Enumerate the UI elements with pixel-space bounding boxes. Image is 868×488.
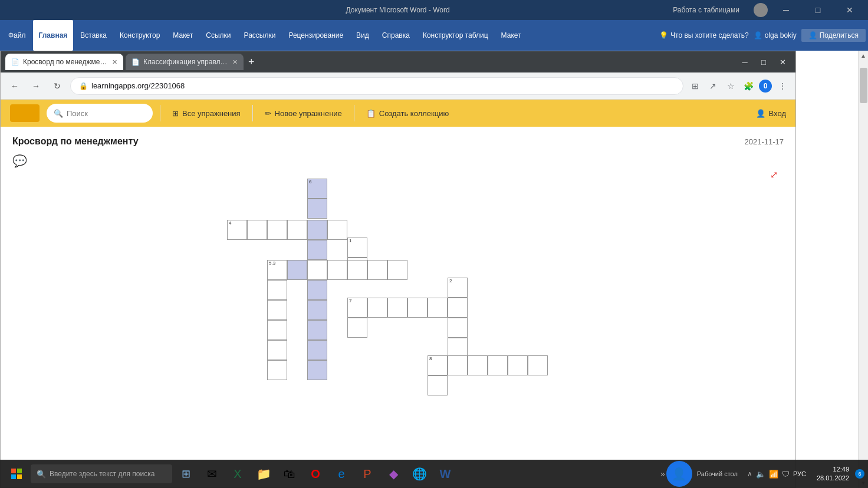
browser-tab-crossword[interactable]: 📄 Кросворд по менеджменту ✕ xyxy=(5,54,123,70)
taskbar-app-chrome[interactable]: 🌐 xyxy=(407,461,432,487)
cell-53v-1[interactable] xyxy=(267,280,287,300)
cell-53-0[interactable]: 5,3 xyxy=(267,260,287,280)
network-icon[interactable]: 🔈 xyxy=(756,470,765,479)
ribbon-tab-layout[interactable]: Макет xyxy=(167,20,199,51)
taskbar-app-word[interactable]: W xyxy=(433,461,458,487)
sound-icon[interactable]: 📶 xyxy=(769,470,778,479)
cell-53v-4[interactable] xyxy=(267,340,287,360)
ribbon-tab-view[interactable]: Вид xyxy=(350,20,375,51)
ribbon-tab-file[interactable]: Файл xyxy=(2,20,32,51)
forward-button[interactable]: → xyxy=(28,78,44,94)
cell-4-2[interactable] xyxy=(267,220,287,240)
menu-icon[interactable]: ⋮ xyxy=(775,79,790,93)
cell-6-1[interactable] xyxy=(307,199,327,219)
search-input[interactable] xyxy=(67,109,137,118)
taskbar-app-purple[interactable]: ◆ xyxy=(381,461,406,487)
cell-8-2[interactable] xyxy=(468,355,488,375)
scroll-track[interactable] xyxy=(859,61,868,478)
cell-7-3[interactable] xyxy=(407,298,428,318)
cell-7-2[interactable] xyxy=(387,298,407,318)
ribbon-tab-table-constructor[interactable]: Конструктор таблиц xyxy=(417,20,494,51)
taskbar-app-opera[interactable]: O xyxy=(303,461,328,487)
cell-4-4-hl[interactable] xyxy=(307,220,327,240)
ribbon-tab-mailing[interactable]: Рассылки xyxy=(238,20,282,51)
scrollbar-vertical[interactable]: ▲ ▼ xyxy=(858,51,868,488)
cell-8-below[interactable] xyxy=(428,375,448,395)
taskbar-app-explorer[interactable]: 📁 xyxy=(251,461,276,487)
cell-6-3[interactable] xyxy=(307,240,327,260)
taskbar-app-mail[interactable]: ✉ xyxy=(199,461,224,487)
cell-6-5[interactable] xyxy=(307,280,327,300)
scroll-thumb[interactable] xyxy=(860,68,867,103)
taskbar-app-store[interactable]: 🛍 xyxy=(277,461,302,487)
new-exercise-btn[interactable]: ✏ Новое упражнение xyxy=(260,107,347,120)
tab-close-icon[interactable]: ✕ xyxy=(112,58,117,66)
cell-53v-5[interactable] xyxy=(267,360,287,380)
cell-7-5[interactable] xyxy=(448,298,468,318)
profile-icon[interactable]: 0 xyxy=(759,80,772,93)
cell-6-0[interactable]: 6 xyxy=(307,179,327,199)
cell-53-4[interactable] xyxy=(347,260,367,280)
new-tab-button[interactable]: + xyxy=(248,56,255,68)
cell-2-2[interactable] xyxy=(448,318,468,338)
ribbon-tab-constructor[interactable]: Конструктор xyxy=(114,20,166,51)
fullscreen-button[interactable]: ⤢ xyxy=(770,169,778,180)
minimize-button[interactable]: ─ xyxy=(772,0,800,20)
cell-7-4[interactable] xyxy=(428,298,448,318)
taskbar-more-btn[interactable]: » xyxy=(660,469,665,479)
taskbar-profile-circle[interactable]: 👤 xyxy=(666,461,692,487)
scroll-up-arrow[interactable]: ▲ xyxy=(859,51,869,61)
cell-4-1[interactable] xyxy=(247,220,267,240)
cell-7-0[interactable]: 7 xyxy=(347,298,367,318)
cell-53-5[interactable] xyxy=(367,260,387,280)
cell-6-9[interactable] xyxy=(307,360,327,380)
cell-7-extra[interactable] xyxy=(347,318,367,338)
login-btn[interactable]: 👤 Вход xyxy=(756,109,786,118)
browser-maximize[interactable]: □ xyxy=(755,55,772,69)
cell-1-0[interactable]: 1 xyxy=(347,238,367,258)
ribbon-tab-help[interactable]: Справка xyxy=(376,20,416,51)
cell-53-6[interactable] xyxy=(387,260,407,280)
address-input[interactable]: 🔒 learningapps.org/22301068 xyxy=(70,77,683,95)
cell-53v-3[interactable] xyxy=(267,320,287,340)
show-hidden-icons[interactable]: ∧ xyxy=(747,470,752,478)
cell-8-0[interactable]: 8 xyxy=(428,355,448,375)
bookmark-icon[interactable]: ☆ xyxy=(724,79,738,93)
ribbon-tab-review[interactable]: Рецензирование xyxy=(282,20,349,51)
cell-6-7[interactable] xyxy=(307,320,327,340)
ribbon-tab-table-layout[interactable]: Макет xyxy=(495,20,527,51)
browser-tab-classification[interactable]: 📄 Классификация управленчески ✕ xyxy=(126,54,244,70)
cell-53-1[interactable] xyxy=(287,260,307,280)
all-exercises-btn[interactable]: ⊞ Все упражнения xyxy=(167,107,245,120)
share-button[interactable]: 👤 Поделиться xyxy=(801,29,866,42)
back-button[interactable]: ← xyxy=(6,78,23,94)
cell-6-6[interactable] xyxy=(307,300,327,320)
tab2-close-icon[interactable]: ✕ xyxy=(232,58,238,66)
la-search-box[interactable]: 🔍 xyxy=(47,104,153,123)
browser-minimize[interactable]: ─ xyxy=(737,55,753,69)
share-page-icon[interactable]: ↗ xyxy=(706,79,720,93)
cell-8-4[interactable] xyxy=(508,355,528,375)
cell-4-3[interactable] xyxy=(287,220,307,240)
search-help-box[interactable]: 💡 Что вы хотите сделать? xyxy=(659,31,749,39)
start-button[interactable] xyxy=(4,461,29,487)
cell-2-3[interactable] xyxy=(448,338,468,358)
cell-6-8[interactable] xyxy=(307,340,327,360)
time-block[interactable]: 12:49 28.01.2022 xyxy=(812,465,854,483)
create-collection-btn[interactable]: 📋 Создать коллекцию xyxy=(361,107,453,120)
cell-4-5[interactable] xyxy=(327,220,347,240)
taskbar-app-task-view[interactable]: ⊞ xyxy=(173,461,198,487)
ribbon-tab-insert[interactable]: Вставка xyxy=(74,20,113,51)
ribbon-tab-links[interactable]: Ссылки xyxy=(200,20,236,51)
taskbar-search[interactable]: 🔍 Введите здесь текст для поиска xyxy=(31,464,172,483)
help-icon[interactable]: 💬 xyxy=(12,154,27,168)
notification-badge[interactable]: 6 xyxy=(855,469,864,479)
refresh-button[interactable]: ↻ xyxy=(49,78,65,94)
cell-53-2[interactable] xyxy=(307,260,327,280)
taskbar-app-edge[interactable]: e xyxy=(329,461,354,487)
taskbar-app-excel[interactable]: X xyxy=(225,461,250,487)
extension-icon[interactable]: 🧩 xyxy=(741,79,755,93)
cell-53v-2[interactable] xyxy=(267,300,287,320)
cell-4-0[interactable]: 4 xyxy=(227,220,247,240)
cell-53-3[interactable] xyxy=(327,260,347,280)
